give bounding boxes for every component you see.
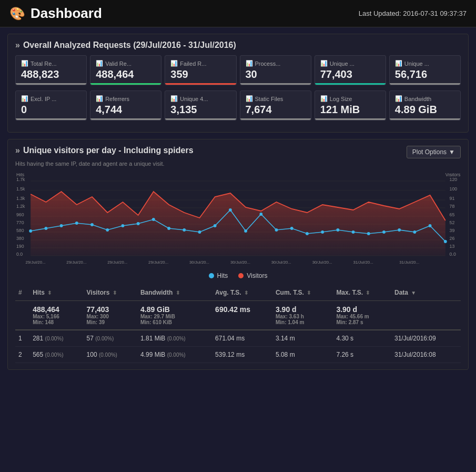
svg-point-60: [444, 240, 447, 243]
main-content: Overall Analyzed Requests (29/Jul/2016 -…: [0, 27, 476, 376]
sort-avg-ts-icon: ⬍: [244, 290, 248, 296]
svg-point-33: [29, 229, 32, 233]
svg-point-47: [244, 229, 247, 233]
svg-point-45: [214, 224, 217, 227]
visitors-color-dot: [238, 273, 244, 278]
svg-text:Hits: Hits: [16, 173, 25, 177]
svg-text:770: 770: [16, 220, 24, 225]
stat-log-size: 📊 Log Size 121 MiB: [315, 91, 386, 120]
svg-point-52: [321, 230, 324, 234]
svg-point-51: [306, 232, 309, 235]
svg-point-48: [259, 213, 262, 216]
svg-text:52: 52: [450, 220, 455, 225]
sort-visitors-icon: ⬍: [113, 290, 117, 296]
svg-text:91: 91: [450, 196, 455, 201]
row1-max-ts: 4.30 s: [333, 330, 391, 347]
svg-text:29/Jul/20...: 29/Jul/20...: [107, 260, 127, 265]
table-row: 1 281 (0.00%) 57 (0.00%) 1.81 MiB (0.00%…: [15, 330, 461, 347]
svg-text:29/Jul/20...: 29/Jul/20...: [66, 260, 86, 265]
row1-hits: 281 (0.00%): [29, 330, 83, 347]
col-bandwidth[interactable]: Bandwidth ⬍: [137, 285, 212, 301]
bar-icon-8: 📊: [96, 95, 103, 102]
stat-failed-requests: 📊 Failed R... 359: [165, 55, 236, 85]
bar-chart-icon-3: 📊: [170, 60, 178, 67]
chart-subtitle: Hits having the same IP, date and agent …: [15, 160, 194, 167]
log-size-value: 121 MiB: [320, 104, 380, 116]
svg-text:960: 960: [16, 212, 24, 217]
chart-header: Unique visitors per day - Including spid…: [15, 146, 461, 171]
chart-title: Unique visitors per day - Including spid…: [15, 146, 194, 155]
svg-text:1.7k: 1.7k: [16, 177, 25, 182]
stat-process: 📊 Process... 30: [240, 55, 311, 85]
stat-valid-requests: 📊 Valid Re... 488,464: [90, 55, 161, 85]
svg-point-53: [336, 228, 339, 232]
bar-icon-7: 📊: [21, 95, 28, 102]
svg-point-49: [275, 228, 278, 232]
col-hits[interactable]: Hits ⬍: [29, 285, 83, 301]
col-num[interactable]: #: [15, 285, 29, 301]
row1-cum-ts: 3.14 m: [272, 330, 333, 347]
col-max-ts[interactable]: Max. T.S. ⬍: [333, 285, 391, 301]
row1-visitors: 57 (0.00%): [84, 330, 137, 347]
sort-hits-icon: ⬍: [47, 290, 52, 296]
totals-max-ts: 3.90 d Max: 45.66 m Min: 2.87 s: [333, 301, 391, 330]
chart-legend: Hits Visitors: [15, 272, 461, 279]
bar-chart-icon-6: 📊: [395, 60, 402, 67]
col-data[interactable]: Data ▼: [391, 285, 461, 301]
svg-point-35: [60, 224, 63, 227]
row2-max-ts: 7.26 s: [333, 347, 391, 363]
svg-text:65: 65: [450, 212, 455, 217]
svg-text:190: 190: [16, 244, 24, 249]
unique1-value: 77,403: [320, 68, 380, 81]
col-avg-ts[interactable]: Avg. T.S. ⬍: [212, 285, 272, 301]
process-value: 30: [246, 68, 306, 81]
svg-point-36: [75, 222, 78, 225]
svg-text:78: 78: [450, 204, 455, 209]
stats-row2: 📊 Excl. IP ... 0 📊 Referrers 4,744 📊 Uni…: [15, 91, 461, 120]
dashboard-icon: 🎨: [9, 6, 25, 21]
bar-chart-icon-5: 📊: [320, 60, 328, 67]
data-table: # Hits ⬍ Visitors ⬍ Bandwidth ⬍ Avg. T.S…: [15, 285, 461, 363]
stat-referrers: 📊 Referrers 4,744: [90, 91, 161, 120]
sort-max-ts-icon: ⬍: [366, 290, 370, 296]
chart-area: 1.7k 1.5k 1.3k 1.2k 960 770 580 380 190 …: [15, 173, 461, 268]
row1-avg-ts: 671.04 ms: [212, 330, 272, 347]
stat-unique4: 📊 Unique 4... 3,135: [165, 91, 236, 120]
svg-text:380: 380: [16, 236, 24, 241]
col-visitors[interactable]: Visitors ⬍: [84, 285, 137, 301]
svg-text:30/Jul/20...: 30/Jul/20...: [271, 260, 291, 265]
legend-visitors: Visitors: [238, 272, 267, 279]
totals-cum-ts: 3.90 d Max: 3.63 h Min: 1.04 m: [272, 301, 333, 330]
bar-chart-icon-2: 📊: [96, 60, 103, 67]
svg-text:31/Jul/20...: 31/Jul/20...: [353, 260, 373, 265]
referrers-value: 4,744: [96, 104, 156, 116]
last-updated: Last Updated: 2016-07-31 09:37:37: [359, 9, 467, 17]
line-chart: 1.7k 1.5k 1.3k 1.2k 960 770 580 380 190 …: [15, 173, 461, 268]
valid-requests-value: 488,464: [96, 68, 156, 81]
legend-hits: Hits: [209, 272, 228, 279]
table-header-row: # Hits ⬍ Visitors ⬍ Bandwidth ⬍ Avg. T.S…: [15, 285, 461, 301]
unique4-value: 3,135: [170, 104, 230, 116]
svg-text:29/Jul/20...: 29/Jul/20...: [148, 260, 168, 265]
stat-static-files: 📊 Static Files 7,674: [240, 91, 311, 120]
chevron-down-icon: ▼: [449, 148, 455, 156]
stat-unique2: 📊 Unique ... 56,716: [389, 55, 461, 85]
svg-text:1.2k: 1.2k: [16, 204, 25, 209]
stat-bandwidth: 📊 Bandwidth 4.89 GiB: [389, 91, 461, 120]
svg-point-56: [382, 230, 386, 234]
app-title: 🎨 Dashboard: [9, 5, 102, 22]
totals-bandwidth: 4.89 GiB Max: 29.7 MiB Min: 610 KiB: [137, 301, 212, 330]
header: 🎨 Dashboard Last Updated: 2016-07-31 09:…: [0, 0, 476, 27]
svg-point-37: [90, 223, 94, 226]
col-cum-ts[interactable]: Cum. T.S. ⬍: [272, 285, 333, 301]
svg-text:1.5k: 1.5k: [16, 186, 25, 192]
svg-text:30/Jul/20...: 30/Jul/20...: [189, 260, 209, 265]
hits-color-dot: [209, 273, 214, 278]
plot-options-button[interactable]: Plot Options ▼: [407, 146, 461, 158]
svg-point-46: [229, 208, 232, 212]
svg-point-50: [290, 227, 293, 230]
svg-point-55: [367, 232, 370, 235]
row2-visitors: 100 (0.00%): [84, 347, 137, 363]
table-totals-row: 488,464 Max: 5,166 Min: 148 77,403 Max: …: [15, 301, 461, 330]
svg-point-43: [183, 228, 186, 232]
